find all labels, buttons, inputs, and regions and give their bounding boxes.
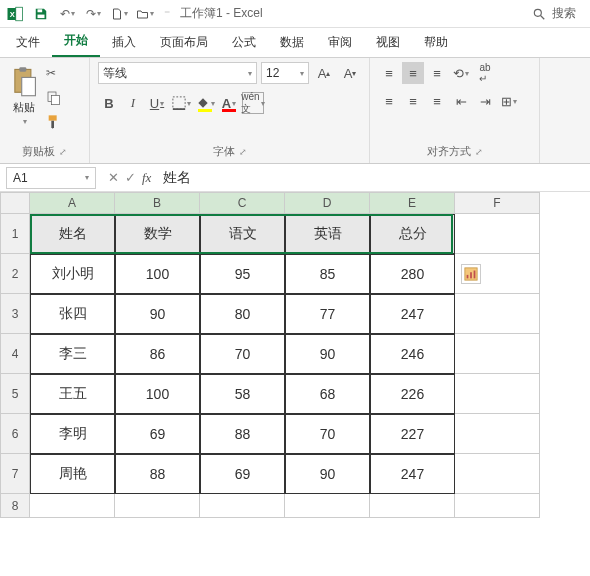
- cell-C3[interactable]: 80: [200, 294, 285, 334]
- tab-视图[interactable]: 视图: [364, 28, 412, 57]
- cell-E7[interactable]: 247: [370, 454, 455, 494]
- cell-F5[interactable]: [455, 374, 540, 414]
- cell-B6[interactable]: 69: [115, 414, 200, 454]
- cell-F1[interactable]: [455, 214, 540, 254]
- spreadsheet-grid[interactable]: ABCDEF1姓名数学语文英语总分2刘小明10095852803张四908077…: [0, 192, 590, 518]
- cell-F4[interactable]: [455, 334, 540, 374]
- cell-B1[interactable]: 数学: [115, 214, 200, 254]
- cell-B4[interactable]: 86: [115, 334, 200, 374]
- cell-D8[interactable]: [285, 494, 370, 518]
- cell-D3[interactable]: 77: [285, 294, 370, 334]
- cell-B7[interactable]: 88: [115, 454, 200, 494]
- col-header-B[interactable]: B: [115, 192, 200, 214]
- cell-A2[interactable]: 刘小明: [30, 254, 115, 294]
- underline-button[interactable]: U▾: [146, 92, 168, 114]
- cell-D6[interactable]: 70: [285, 414, 370, 454]
- cell-B5[interactable]: 100: [115, 374, 200, 414]
- decrease-font-icon[interactable]: A▾: [339, 62, 361, 84]
- fill-color-button[interactable]: ▾: [194, 92, 216, 114]
- cell-D5[interactable]: 68: [285, 374, 370, 414]
- dialog-launcher-icon[interactable]: ⤢: [59, 147, 67, 157]
- copy-icon[interactable]: [46, 90, 66, 108]
- cell-C4[interactable]: 70: [200, 334, 285, 374]
- cell-F7[interactable]: [455, 454, 540, 494]
- row-header-6[interactable]: 6: [0, 414, 30, 454]
- cell-A6[interactable]: 李明: [30, 414, 115, 454]
- redo-icon[interactable]: ↷▾: [84, 5, 102, 23]
- enter-formula-icon[interactable]: ✓: [125, 170, 136, 186]
- cell-E2[interactable]: 280: [370, 254, 455, 294]
- cell-E4[interactable]: 246: [370, 334, 455, 374]
- tab-公式[interactable]: 公式: [220, 28, 268, 57]
- border-button[interactable]: ▾: [170, 92, 192, 114]
- cell-F3[interactable]: [455, 294, 540, 334]
- cell-A8[interactable]: [30, 494, 115, 518]
- col-header-E[interactable]: E: [370, 192, 455, 214]
- cell-A7[interactable]: 周艳: [30, 454, 115, 494]
- cell-D1[interactable]: 英语: [285, 214, 370, 254]
- merge-cells-icon[interactable]: ⊞▾: [498, 90, 520, 112]
- dialog-launcher-icon[interactable]: ⤢: [239, 147, 247, 157]
- dialog-launcher-icon[interactable]: ⤢: [475, 147, 483, 157]
- bold-button[interactable]: B: [98, 92, 120, 114]
- cell-E5[interactable]: 226: [370, 374, 455, 414]
- tab-数据[interactable]: 数据: [268, 28, 316, 57]
- tab-文件[interactable]: 文件: [4, 28, 52, 57]
- quick-analysis-icon[interactable]: [461, 264, 481, 284]
- phonetic-button[interactable]: wén文▾: [242, 92, 264, 114]
- align-middle-icon[interactable]: ≡: [402, 62, 424, 84]
- format-painter-icon[interactable]: [46, 114, 66, 132]
- row-header-7[interactable]: 7: [0, 454, 30, 494]
- align-bottom-icon[interactable]: ≡: [426, 62, 448, 84]
- increase-indent-icon[interactable]: ⇥: [474, 90, 496, 112]
- formula-bar[interactable]: 姓名: [163, 169, 191, 187]
- col-header-F[interactable]: F: [455, 192, 540, 214]
- cell-C1[interactable]: 语文: [200, 214, 285, 254]
- cell-C6[interactable]: 88: [200, 414, 285, 454]
- cell-C7[interactable]: 69: [200, 454, 285, 494]
- align-left-icon[interactable]: ≡: [378, 90, 400, 112]
- cell-E8[interactable]: [370, 494, 455, 518]
- tab-开始[interactable]: 开始: [52, 26, 100, 57]
- col-header-A[interactable]: A: [30, 192, 115, 214]
- align-top-icon[interactable]: ≡: [378, 62, 400, 84]
- font-name-select[interactable]: 等线▾: [98, 62, 257, 84]
- align-right-icon[interactable]: ≡: [426, 90, 448, 112]
- cell-A1[interactable]: 姓名: [30, 214, 115, 254]
- fx-icon[interactable]: fx: [142, 170, 151, 186]
- row-header-1[interactable]: 1: [0, 214, 30, 254]
- cell-C2[interactable]: 95: [200, 254, 285, 294]
- cut-icon[interactable]: ✂: [46, 66, 66, 84]
- tab-审阅[interactable]: 审阅: [316, 28, 364, 57]
- orientation-icon[interactable]: ⟲▾: [450, 62, 472, 84]
- cell-D2[interactable]: 85: [285, 254, 370, 294]
- cell-A3[interactable]: 张四: [30, 294, 115, 334]
- cancel-formula-icon[interactable]: ✕: [108, 170, 119, 186]
- tab-页面布局[interactable]: 页面布局: [148, 28, 220, 57]
- cell-D7[interactable]: 90: [285, 454, 370, 494]
- row-header-4[interactable]: 4: [0, 334, 30, 374]
- cell-B2[interactable]: 100: [115, 254, 200, 294]
- cell-E6[interactable]: 227: [370, 414, 455, 454]
- col-header-C[interactable]: C: [200, 192, 285, 214]
- paste-button[interactable]: 粘贴 ▾: [8, 62, 40, 142]
- align-center-icon[interactable]: ≡: [402, 90, 424, 112]
- cell-A4[interactable]: 李三: [30, 334, 115, 374]
- decrease-indent-icon[interactable]: ⇤: [450, 90, 472, 112]
- row-header-5[interactable]: 5: [0, 374, 30, 414]
- tab-帮助[interactable]: 帮助: [412, 28, 460, 57]
- row-header-8[interactable]: 8: [0, 494, 30, 518]
- row-header-3[interactable]: 3: [0, 294, 30, 334]
- undo-icon[interactable]: ↶▾: [58, 5, 76, 23]
- cell-B8[interactable]: [115, 494, 200, 518]
- select-all-corner[interactable]: [0, 192, 30, 214]
- row-header-2[interactable]: 2: [0, 254, 30, 294]
- italic-button[interactable]: I: [122, 92, 144, 114]
- cell-A5[interactable]: 王五: [30, 374, 115, 414]
- cell-B3[interactable]: 90: [115, 294, 200, 334]
- col-header-D[interactable]: D: [285, 192, 370, 214]
- cell-F8[interactable]: [455, 494, 540, 518]
- wrap-text-icon[interactable]: ab↵: [474, 62, 496, 84]
- cell-E1[interactable]: 总分: [370, 214, 455, 254]
- font-color-button[interactable]: A▾: [218, 92, 240, 114]
